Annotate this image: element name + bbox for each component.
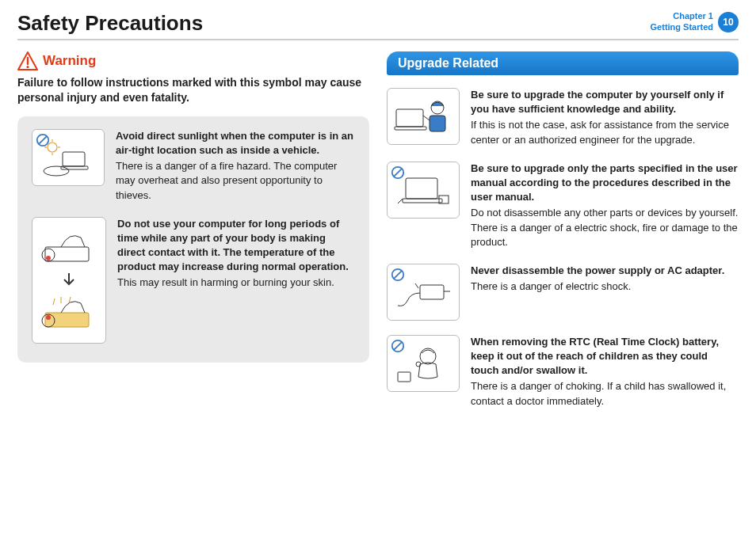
item-body: There is a danger of electric shock.: [471, 280, 631, 292]
item-bold: When removing the RTC (Real Time Clock) …: [471, 335, 739, 378]
svg-rect-29: [403, 199, 442, 203]
left-item-row: Do not use your computer for long period…: [32, 217, 355, 344]
svg-line-35: [394, 342, 402, 350]
svg-line-4: [39, 136, 47, 144]
right-item-text: When removing the RTC (Real Time Clock) …: [471, 335, 739, 409]
right-item-text: Be sure to upgrade the computer by yours…: [471, 88, 739, 147]
chapter-text: Chapter 1 Getting Started: [651, 11, 713, 33]
down-arrow-icon: [63, 273, 74, 287]
prohibit-icon: [391, 165, 405, 180]
item-body: This may result in harming or burning yo…: [117, 276, 334, 288]
item-bold: Be sure to upgrade only the parts specif…: [471, 162, 739, 205]
warning-triangle-icon: [17, 51, 38, 70]
svg-rect-25: [430, 116, 445, 131]
body-heat-illustration: [32, 217, 106, 344]
svg-rect-28: [406, 178, 437, 199]
right-column: Upgrade Related Be sure to upgrade the c…: [387, 51, 739, 409]
prohibit-icon: [36, 133, 50, 147]
chapter-line-2: Getting Started: [651, 22, 713, 33]
left-item-row: Avoid direct sunlight when the computer …: [32, 129, 355, 203]
item-bold: Do not use your computer for long period…: [117, 217, 355, 275]
warning-heading: Warning: [17, 51, 369, 70]
right-item-text: Never disassemble the power supply or AC…: [471, 264, 739, 321]
prohibit-icon: [391, 339, 405, 353]
left-gray-panel: Avoid direct sunlight when the computer …: [17, 116, 369, 363]
svg-line-17: [53, 298, 55, 305]
right-item-row: Never disassemble the power supply or AC…: [387, 264, 739, 321]
right-item-row: Be sure to upgrade the computer by yours…: [387, 88, 739, 147]
page-title: Safety Precautions: [17, 11, 203, 36]
svg-point-12: [44, 166, 69, 176]
page-header: Safety Precautions Chapter 1 Getting Sta…: [17, 11, 739, 40]
left-item-text: Avoid direct sunlight when the computer …: [116, 129, 355, 203]
warning-label: Warning: [43, 53, 96, 69]
page-number-badge: 10: [718, 12, 739, 32]
item-body: There is a danger of choking. If a child…: [471, 380, 726, 406]
svg-point-36: [420, 348, 436, 364]
chapter-line-1: Chapter 1: [651, 11, 713, 22]
item-bold: Be sure to upgrade the computer by yours…: [471, 88, 739, 116]
hot-hand-laptop-icon: [37, 289, 101, 336]
svg-rect-22: [396, 109, 423, 127]
svg-point-15: [46, 256, 51, 260]
item-body: There is a danger of a fire hazard. The …: [116, 160, 337, 200]
child-battery-illustration: [387, 335, 460, 392]
warning-description: Failure to follow instructions marked wi…: [17, 75, 369, 105]
item-body: Do not disassemble any other parts or de…: [471, 207, 738, 247]
chapter-block: Chapter 1 Getting Started 10: [651, 11, 739, 33]
disassembly-illustration: [387, 162, 460, 219]
prohibit-icon: [391, 268, 405, 282]
svg-point-21: [46, 315, 51, 320]
vehicle-sunlight-illustration: [32, 129, 105, 186]
item-body: If this is not the case, ask for assista…: [471, 119, 729, 145]
upgrade-section-title: Upgrade Related: [387, 51, 739, 75]
left-column: Warning Failure to follow instructions m…: [17, 51, 369, 409]
svg-rect-10: [63, 152, 85, 166]
power-adapter-illustration: [387, 264, 460, 321]
item-bold: Avoid direct sunlight when the computer …: [116, 129, 355, 158]
right-item-row: Be sure to upgrade only the parts specif…: [387, 162, 739, 249]
svg-rect-23: [395, 127, 426, 130]
svg-rect-33: [420, 285, 444, 299]
right-item-text: Be sure to upgrade only the parts specif…: [471, 162, 739, 249]
svg-point-2: [26, 66, 29, 68]
item-bold: Never disassemble the power supply or AC…: [471, 264, 739, 278]
hand-on-laptop-icon: [37, 223, 101, 271]
right-item-row: When removing the RTC (Real Time Clock) …: [387, 335, 739, 409]
technician-illustration: [387, 88, 460, 145]
svg-line-27: [394, 169, 402, 177]
left-item-text: Do not use your computer for long period…: [117, 217, 355, 344]
svg-line-32: [394, 271, 402, 279]
svg-rect-38: [398, 372, 410, 382]
